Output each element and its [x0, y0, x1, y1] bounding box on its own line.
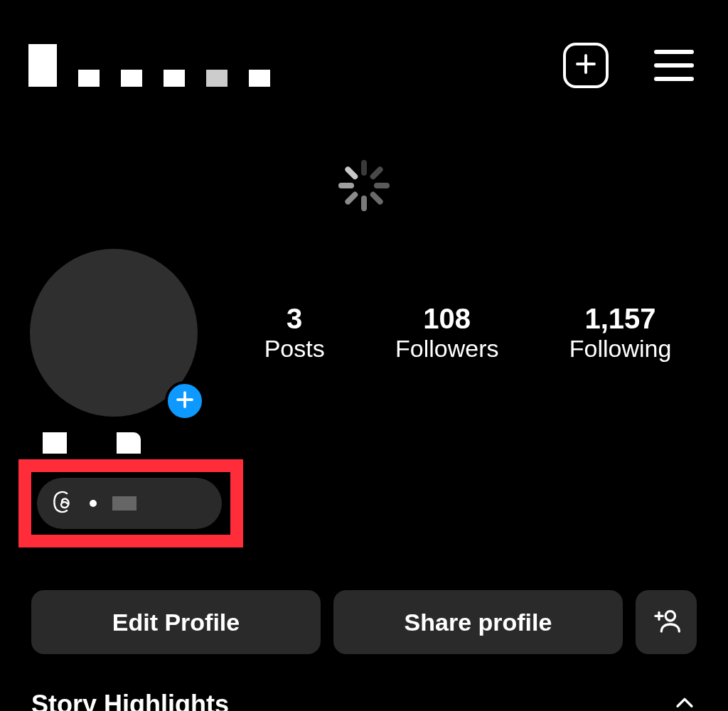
threads-badge[interactable] [37, 478, 222, 529]
add-story-button[interactable] [165, 381, 205, 421]
create-button[interactable] [563, 43, 609, 88]
username-redacted [28, 44, 270, 87]
plus-icon [573, 51, 599, 80]
stat-followers[interactable]: 108 Followers [395, 303, 498, 363]
add-user-icon [652, 606, 680, 638]
profile-actions: Edit Profile Share profile [31, 590, 697, 654]
button-label: Share profile [405, 609, 552, 636]
svg-point-6 [665, 611, 675, 621]
stat-count: 108 [423, 303, 471, 335]
stat-count: 3 [287, 303, 302, 335]
section-title: Story Highlights [31, 690, 229, 711]
top-bar [0, 0, 728, 100]
loading-spinner-icon [338, 160, 390, 211]
edit-profile-button[interactable]: Edit Profile [31, 590, 321, 654]
discover-people-button[interactable] [636, 590, 697, 654]
stat-label: Following [569, 335, 672, 363]
button-label: Edit Profile [112, 609, 240, 636]
stat-label: Followers [395, 335, 498, 363]
share-profile-button[interactable]: Share profile [333, 590, 623, 654]
stat-following[interactable]: 1,157 Following [569, 303, 672, 363]
stat-count: 1,157 [584, 303, 655, 335]
threads-icon [50, 490, 74, 517]
menu-button[interactable] [654, 50, 694, 81]
chevron-up-icon [673, 691, 697, 711]
stat-label: Posts [264, 335, 325, 363]
display-name-redacted [43, 432, 141, 454]
profile-header: 3 Posts 108 Followers 1,157 Following [0, 249, 728, 417]
plus-icon [174, 389, 196, 413]
story-highlights-header[interactable]: Story Highlights [31, 690, 697, 711]
stat-posts[interactable]: 3 Posts [264, 303, 325, 363]
